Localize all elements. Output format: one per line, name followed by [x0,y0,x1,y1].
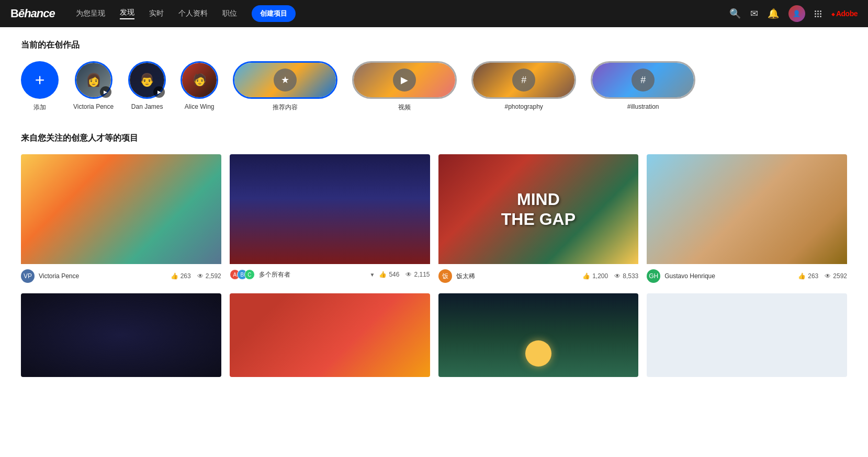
views-stat-2: 👁 2,115 [405,271,430,278]
star-icon: ★ [274,68,297,92]
nav-link-profile[interactable]: 个人资料 [178,9,208,18]
story-label-illustration: #illustration [627,103,659,110]
story-circle-victoria-wrapper: 👩 ▶ [75,61,112,99]
moon-art [525,340,551,367]
bell-icon[interactable]: 🔔 [768,8,779,19]
project-card-8[interactable] [647,293,847,377]
project-card-2[interactable]: A B C 多个所有者 ▼ 👍 546 👁 [230,154,430,285]
eye-icon-2: 👁 [405,271,412,278]
project-card-3[interactable]: MINDTHE GAP 饭 饭太稀 👍 1,200 👁 8,533 [438,154,639,285]
project-card-5[interactable] [21,293,221,377]
project-thumb-8 [647,293,847,377]
project-thumb-3: MINDTHE GAP [438,154,639,264]
projects-grid: VP Victoria Pence 👍 263 👁 2,592 [21,154,847,285]
eye-icon-4: 👁 [825,272,831,280]
project-author-avatar-1: VP [21,269,35,283]
eye-icon-1: 👁 [197,272,204,280]
story-item-video[interactable]: ▶ 视频 [352,61,457,112]
story-label-video: 视频 [398,103,411,112]
story-item-illustration[interactable]: # #illustration [591,61,695,110]
story-collage-photography: # [471,61,576,99]
project-meta-2: A B C 多个所有者 ▼ 👍 546 👁 [230,264,430,282]
apps-icon[interactable] [815,10,821,17]
projects-title: 来自您关注的创意人才等的项目 [21,133,847,144]
likes-stat-1: 👍 263 [171,272,191,280]
plus-icon: + [35,72,45,88]
likes-count-4: 263 [808,272,818,280]
multi-owner-avatars: A B C [230,269,255,280]
project-card-6[interactable] [230,293,430,377]
avatar[interactable]: 👤 [788,5,805,22]
thumbs-up-icon-3: 👍 [582,272,590,280]
story-label-victoria: Victoria Pence [73,103,114,110]
story-item-victoria[interactable]: 👩 ▶ Victoria Pence [73,61,114,110]
views-count-1: 2,592 [206,272,221,280]
views-stat-1: 👁 2,592 [197,272,221,280]
dropdown-arrow[interactable]: ▼ [370,272,375,278]
main-content: 当前的在创作品 + 添加 👩 ▶ Victoria Pence [0,27,868,457]
stories-title: 当前的在创作品 [21,40,847,51]
play-badge-victoria: ▶ [100,86,111,98]
nav-link-live[interactable]: 实时 [149,9,164,18]
hashtag-icon-illustration: # [632,68,655,92]
story-item-photography[interactable]: # #photography [471,61,576,110]
project-author-avatar-3: 饭 [438,269,452,283]
project-stats-4: 👍 263 👁 2592 [798,272,847,280]
project-thumb-5 [21,293,221,377]
story-label-dan: Dan James [131,103,163,110]
projects-row2 [21,293,847,377]
project-meta-4: GH Gustavo Henrique 👍 263 👁 2592 [647,264,847,285]
thumbs-up-icon-1: 👍 [171,272,178,280]
adobe-icon: ⬥ Adobe [831,9,858,18]
stories-row: + 添加 👩 ▶ Victoria Pence 👨 [21,61,847,112]
views-stat-3: 👁 8,533 [614,272,638,280]
views-count-3: 8,533 [623,272,638,280]
story-circle-dan-wrapper: 👨 ▶ [128,61,166,99]
nav-link-discover[interactable]: 发现 [120,8,134,19]
play-badge-dan: ▶ [153,86,165,98]
project-card-4[interactable]: GH Gustavo Henrique 👍 263 👁 2592 [647,154,847,285]
project-stats-3: 👍 1,200 👁 8,533 [582,272,638,280]
search-icon[interactable]: 🔍 [729,8,741,19]
likes-stat-2: 👍 546 [379,271,399,278]
project-card-7[interactable] [438,293,639,377]
thumbs-up-icon-2: 👍 [379,271,387,278]
nav-link-jobs[interactable]: 职位 [222,9,237,18]
nav-link-recommend[interactable]: 为您呈现 [76,9,105,18]
project-thumb-6 [230,293,430,377]
story-collage-illustration: # [591,61,695,99]
story-item-alice[interactable]: 🧑 Alice Wing [181,61,218,110]
story-collage-recommended: ★ [233,61,337,99]
story-label-recommended: 推荐内容 [273,103,298,112]
views-count-2: 2,115 [414,271,430,278]
mind-the-gap-text: MINDTHE GAP [501,189,576,230]
views-count-4: 2592 [833,272,847,280]
story-label-add: 添加 [33,103,46,112]
project-author-avatar-4: GH [647,269,660,283]
story-circle-alice: 🧑 [181,61,218,99]
project-author-2: 多个所有者 [259,270,366,279]
project-card-1[interactable]: VP Victoria Pence 👍 263 👁 2,592 [21,154,221,285]
project-thumb-2 [230,154,430,264]
story-item-add[interactable]: + 添加 [21,61,59,112]
mail-icon[interactable]: ✉ [750,8,758,19]
likes-count-3: 1,200 [592,272,608,280]
story-label-photography: #photography [504,103,543,110]
create-project-button[interactable]: 创建项目 [252,5,296,22]
story-collage-video: ▶ [352,61,457,99]
logo: Bēhance [10,7,55,20]
likes-count-2: 546 [389,271,399,278]
play-icon: ▶ [393,68,416,92]
project-thumb-7 [438,293,639,377]
story-item-recommended[interactable]: ★ 推荐内容 [233,61,337,112]
thumbs-up-icon-4: 👍 [798,272,806,280]
add-story-circle[interactable]: + [21,61,59,99]
likes-count-1: 263 [181,272,191,280]
project-author-4: Gustavo Henrique [664,272,794,280]
project-meta-1: VP Victoria Pence 👍 263 👁 2,592 [21,264,221,285]
story-item-dan[interactable]: 👨 ▶ Dan James [128,61,166,110]
navbar: Bēhance 为您呈现 发现 实时 个人资料 职位 创建项目 🔍 ✉ 🔔 👤 … [0,0,868,27]
likes-stat-4: 👍 263 [798,272,818,280]
multi-owner: A B C [230,269,255,280]
eye-icon-3: 👁 [614,272,621,280]
